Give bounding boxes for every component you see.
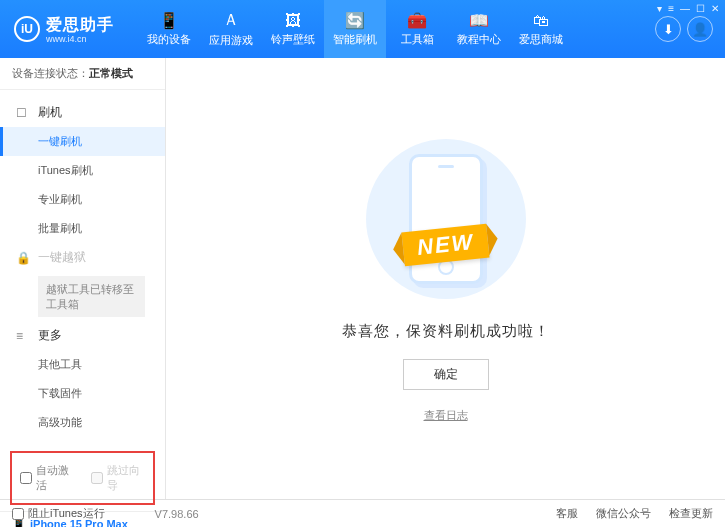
checkbox-skip-guide: 跳过向导: [91, 463, 146, 493]
minimize-icon[interactable]: —: [680, 3, 690, 14]
dropdown-icon[interactable]: ▾: [657, 3, 662, 14]
section-flash[interactable]: ☐刷机: [0, 98, 165, 127]
bag-icon: 🛍: [533, 12, 549, 30]
nav-apps[interactable]: Ａ应用游戏: [200, 0, 262, 58]
device-icon: 📱: [159, 11, 179, 30]
menu-icon[interactable]: ≡: [668, 3, 674, 14]
app-header: ▾ ≡ — ☐ ✕ iU 爱思助手 www.i4.cn 📱我的设备 Ａ应用游戏 …: [0, 0, 725, 58]
checkbox-block-itunes[interactable]: 阻止iTunes运行: [12, 506, 105, 521]
footer-update[interactable]: 检查更新: [669, 506, 713, 521]
version-label: V7.98.66: [155, 508, 199, 520]
maximize-icon[interactable]: ☐: [696, 3, 705, 14]
download-button[interactable]: ⬇: [655, 16, 681, 42]
phone-icon: ☐: [16, 106, 30, 120]
connection-status: 设备连接状态：正常模式: [0, 58, 165, 90]
checkbox-auto-activate[interactable]: 自动激活: [20, 463, 75, 493]
success-message: 恭喜您，保资料刷机成功啦！: [342, 322, 550, 341]
sidebar-item-batch-flash[interactable]: 批量刷机: [0, 214, 165, 243]
logo-text: 爱思助手: [46, 15, 114, 36]
section-more[interactable]: ≡更多: [0, 321, 165, 350]
apps-icon: Ａ: [223, 10, 239, 31]
footer-service[interactable]: 客服: [556, 506, 578, 521]
logo-url: www.i4.cn: [46, 34, 114, 44]
sidebar-item-pro-flash[interactable]: 专业刷机: [0, 185, 165, 214]
ok-button[interactable]: 确定: [403, 359, 489, 390]
footer-wechat[interactable]: 微信公众号: [596, 506, 651, 521]
book-icon: 📖: [469, 11, 489, 30]
main-content: NEW 恭喜您，保资料刷机成功啦！ 确定 查看日志: [166, 58, 725, 499]
user-button[interactable]: 👤: [687, 16, 713, 42]
window-controls: ▾ ≡ — ☐ ✕: [657, 3, 719, 14]
header-actions: ⬇ 👤: [655, 16, 725, 42]
nav-my-device[interactable]: 📱我的设备: [138, 0, 200, 58]
options-box: 自动激活 跳过向导: [10, 451, 155, 505]
nav-tutorial[interactable]: 📖教程中心: [448, 0, 510, 58]
sidebar-item-download-firmware[interactable]: 下载固件: [0, 379, 165, 408]
nav-store[interactable]: 🛍爱思商城: [510, 0, 572, 58]
view-log-link[interactable]: 查看日志: [424, 408, 468, 423]
sidebar-item-oneclick-flash[interactable]: 一键刷机: [0, 127, 165, 156]
sidebar-item-other-tools[interactable]: 其他工具: [0, 350, 165, 379]
sidebar-item-itunes-flash[interactable]: iTunes刷机: [0, 156, 165, 185]
more-icon: ≡: [16, 329, 30, 343]
nav-flash[interactable]: 🔄智能刷机: [324, 0, 386, 58]
nav-toolbox[interactable]: 🧰工具箱: [386, 0, 448, 58]
success-illustration: NEW: [346, 134, 546, 304]
logo-icon: iU: [14, 16, 40, 42]
section-jailbreak: 🔒一键越狱: [0, 243, 165, 272]
close-icon[interactable]: ✕: [711, 3, 719, 14]
jailbreak-note: 越狱工具已转移至工具箱: [38, 276, 145, 317]
flash-icon: 🔄: [345, 11, 365, 30]
nav-ringtones[interactable]: 🖼铃声壁纸: [262, 0, 324, 58]
lock-icon: 🔒: [16, 251, 30, 265]
top-nav: 📱我的设备 Ａ应用游戏 🖼铃声壁纸 🔄智能刷机 🧰工具箱 📖教程中心 🛍爱思商城: [138, 0, 655, 58]
app-logo: iU 爱思助手 www.i4.cn: [0, 15, 128, 44]
image-icon: 🖼: [285, 12, 301, 30]
toolbox-icon: 🧰: [407, 11, 427, 30]
sidebar-item-advanced[interactable]: 高级功能: [0, 408, 165, 437]
sidebar: 设备连接状态：正常模式 ☐刷机 一键刷机 iTunes刷机 专业刷机 批量刷机 …: [0, 58, 166, 499]
